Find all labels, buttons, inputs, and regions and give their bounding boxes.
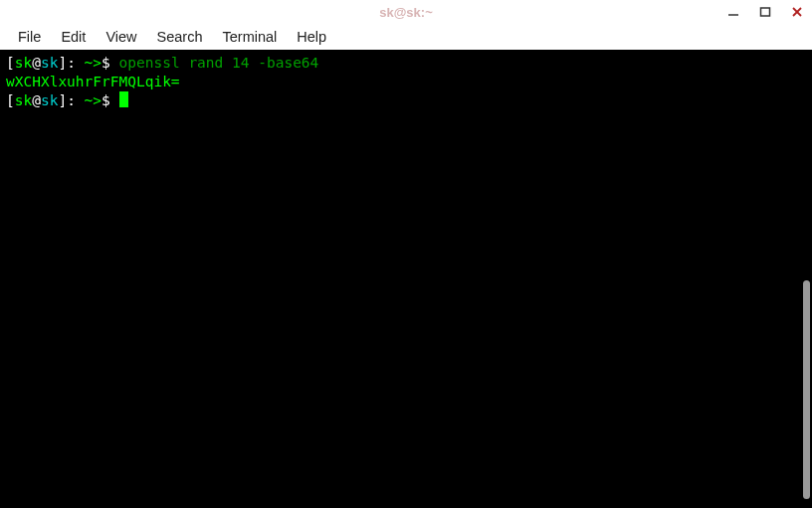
prompt-at: @ xyxy=(32,55,41,71)
terminal-content[interactable]: [sk@sk]: ~>$ openssl rand 14 -base64 wXC… xyxy=(0,50,802,508)
prompt-rbracket: ] xyxy=(58,55,67,71)
maximize-button[interactable] xyxy=(758,5,772,19)
prompt-colon-2: : xyxy=(67,92,76,108)
prompt-dollar-2: $ xyxy=(102,92,118,108)
close-button[interactable] xyxy=(790,5,804,19)
prompt-lbracket: [ xyxy=(6,55,15,71)
scrollbar-thumb[interactable] xyxy=(803,280,810,499)
prompt-dollar: $ xyxy=(102,55,118,71)
prompt-path-2: ~> xyxy=(76,92,102,108)
window-controls xyxy=(726,0,804,24)
svg-rect-1 xyxy=(761,8,770,16)
maximize-icon xyxy=(759,6,771,18)
prompt-host: sk xyxy=(41,55,58,71)
menu-terminal[interactable]: Terminal xyxy=(213,27,288,47)
window-title: sk@sk:~ xyxy=(379,5,433,20)
menu-search[interactable]: Search xyxy=(147,27,213,47)
cursor xyxy=(119,91,128,107)
prompt-user-2: sk xyxy=(15,92,32,108)
prompt-at-2: @ xyxy=(32,92,41,108)
terminal-area[interactable]: [sk@sk]: ~>$ openssl rand 14 -base64 wXC… xyxy=(0,50,812,508)
output-line: wXCHXlxuhrFrFMQLqik= xyxy=(6,74,180,89)
prompt-path: ~> xyxy=(76,55,102,71)
minimize-icon xyxy=(727,6,739,18)
close-icon xyxy=(791,6,803,18)
command-text: openssl rand 14 -base64 xyxy=(119,55,319,71)
menu-help[interactable]: Help xyxy=(287,27,336,47)
menu-view[interactable]: View xyxy=(96,27,146,47)
prompt-user: sk xyxy=(15,55,32,71)
prompt-lbracket-2: [ xyxy=(6,92,15,108)
prompt-rbracket-2: ] xyxy=(58,92,67,108)
titlebar: sk@sk:~ xyxy=(0,0,812,24)
menu-file[interactable]: File xyxy=(8,27,51,47)
menu-edit[interactable]: Edit xyxy=(51,27,96,47)
minimize-button[interactable] xyxy=(726,5,740,19)
prompt-colon: : xyxy=(67,55,76,71)
prompt-host-2: sk xyxy=(41,92,58,108)
menubar: File Edit View Search Terminal Help xyxy=(0,24,812,50)
